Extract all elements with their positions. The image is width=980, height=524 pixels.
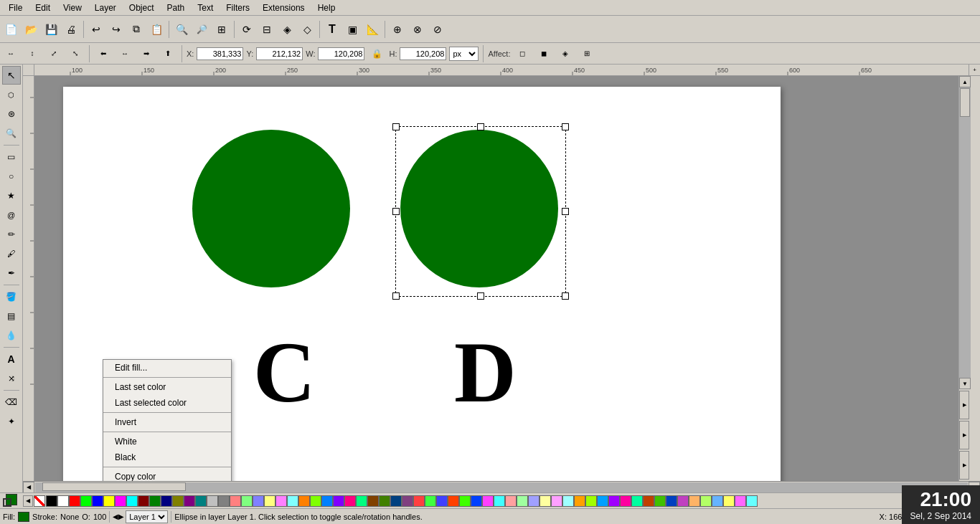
color-swatch[interactable] xyxy=(115,495,126,507)
color-swatch[interactable] xyxy=(425,495,436,507)
menu-help[interactable]: Help xyxy=(312,1,341,14)
handle-bl[interactable] xyxy=(392,292,400,300)
color-swatch[interactable] xyxy=(746,495,758,507)
menu-edit[interactable]: Edit xyxy=(29,1,56,14)
color-swatch[interactable] xyxy=(161,495,172,507)
ctx-invert[interactable]: Invert xyxy=(103,414,231,430)
color-swatch[interactable] xyxy=(287,495,298,507)
color-swatch[interactable] xyxy=(367,495,379,507)
color-swatch[interactable] xyxy=(482,495,494,507)
align-left-btn[interactable]: ⬅ xyxy=(94,44,113,63)
color-swatch[interactable] xyxy=(712,495,723,507)
h-scroll-track[interactable] xyxy=(35,482,968,492)
side-btn-3[interactable]: ▶ xyxy=(959,451,969,480)
menu-path[interactable]: Path xyxy=(161,1,191,14)
snap-button[interactable]: ⊕ xyxy=(388,20,407,39)
menu-extensions[interactable]: Extensions xyxy=(257,1,311,14)
x-input[interactable] xyxy=(197,47,243,60)
color-swatch[interactable] xyxy=(333,495,344,507)
ctx-edit-fill[interactable]: Edit fill... xyxy=(103,360,231,376)
color-swatch[interactable] xyxy=(528,495,540,507)
color-swatch[interactable] xyxy=(92,495,103,507)
copy-button[interactable]: ⧉ xyxy=(127,20,146,39)
gradient-tool[interactable]: ▤ xyxy=(2,307,21,325)
zoom-tool[interactable]: 🔍 xyxy=(2,124,21,143)
color-swatch[interactable] xyxy=(413,495,425,507)
node-tool[interactable]: ⬡ xyxy=(2,85,21,104)
color-swatch[interactable] xyxy=(517,495,528,507)
color-swatch[interactable] xyxy=(654,495,666,507)
spray-tool[interactable]: ✦ xyxy=(2,412,21,431)
menu-filters[interactable]: Filters xyxy=(220,1,255,14)
scroll-up-btn[interactable]: ▲ xyxy=(959,76,971,87)
color-swatch[interactable] xyxy=(275,495,287,507)
color-swatch[interactable] xyxy=(46,495,57,507)
save-button[interactable]: 💾 xyxy=(42,20,60,39)
color-swatch[interactable] xyxy=(540,495,551,507)
paste-button[interactable]: 📋 xyxy=(147,20,166,39)
align-right-btn[interactable]: ➡ xyxy=(137,44,156,63)
pen-tool[interactable]: 🖋 xyxy=(2,244,21,263)
color-swatch[interactable] xyxy=(195,495,207,507)
affect3-btn[interactable]: ◈ xyxy=(556,44,575,63)
text-tool-button[interactable]: T xyxy=(323,20,341,39)
color-swatch[interactable] xyxy=(69,495,80,507)
color-swatch[interactable] xyxy=(321,495,333,507)
color-swatch[interactable] xyxy=(597,495,608,507)
handle-tc[interactable] xyxy=(477,123,484,130)
handle-tr[interactable] xyxy=(562,123,569,130)
h-scroll-thumb[interactable] xyxy=(42,482,186,491)
pencil-tool[interactable]: ✏ xyxy=(2,225,21,244)
color-swatch[interactable] xyxy=(666,495,677,507)
color-swatch[interactable] xyxy=(356,495,367,507)
menu-text[interactable]: Text xyxy=(192,1,219,14)
new-button[interactable]: 📄 xyxy=(1,20,20,39)
scroll-thumb-v[interactable] xyxy=(960,88,970,117)
selector-mode-btn[interactable]: ↔ xyxy=(1,44,20,63)
snap-corner-btn[interactable]: + xyxy=(969,65,980,75)
handle-ml[interactable] xyxy=(392,208,400,215)
menu-file[interactable]: File xyxy=(3,1,28,14)
align-button[interactable]: ⊟ xyxy=(258,20,276,39)
color-swatch[interactable] xyxy=(459,495,471,507)
y-input[interactable] xyxy=(256,47,303,60)
zoom-out-button[interactable]: 🔎 xyxy=(192,20,211,39)
star-tool[interactable]: ★ xyxy=(2,186,21,205)
color-swatch[interactable] xyxy=(723,495,735,507)
color-swatch[interactable] xyxy=(505,495,517,507)
circle-c[interactable] xyxy=(192,130,350,287)
color-swatch[interactable] xyxy=(390,495,402,507)
color-swatch[interactable] xyxy=(608,495,620,507)
handle-mr[interactable] xyxy=(562,208,569,215)
selector-mode2-btn[interactable]: ↕ xyxy=(23,44,42,63)
ctx-copy-color[interactable]: Copy color xyxy=(103,469,231,481)
color-swatch[interactable] xyxy=(689,495,700,507)
node-button[interactable]: ◈ xyxy=(278,20,296,39)
scroll-down-btn[interactable]: ▼ xyxy=(959,378,971,389)
side-btn-1[interactable]: ▶ xyxy=(959,391,969,419)
h-input[interactable] xyxy=(400,47,446,60)
affect1-btn[interactable]: ◻ xyxy=(513,44,532,63)
color-swatch[interactable] xyxy=(344,495,356,507)
redo-button[interactable]: ↪ xyxy=(107,20,126,39)
ctx-last-selected-color[interactable]: Last selected color xyxy=(103,395,231,411)
zoom-in-button[interactable]: 🔍 xyxy=(172,20,191,39)
w-input[interactable] xyxy=(318,47,364,60)
color-swatch[interactable] xyxy=(585,495,597,507)
handle-br[interactable] xyxy=(562,292,569,300)
eraser-tool[interactable]: ⌫ xyxy=(2,393,21,411)
circle-tool[interactable]: ○ xyxy=(2,167,21,186)
palette-scroll-left[interactable]: ◀ xyxy=(23,495,33,507)
align-top-btn[interactable]: ⬆ xyxy=(159,44,177,63)
text-tool[interactable]: A xyxy=(2,350,21,368)
color-swatch[interactable] xyxy=(230,495,241,507)
scroll-track-v[interactable] xyxy=(959,87,971,378)
color-swatch[interactable] xyxy=(126,495,138,507)
zoom-fit-button[interactable]: ⊞ xyxy=(212,20,231,39)
handle-bc[interactable] xyxy=(477,292,484,300)
snap2-button[interactable]: ⊗ xyxy=(408,20,427,39)
layer-select[interactable]: Layer 1 xyxy=(126,510,168,523)
color-swatch[interactable] xyxy=(562,495,574,507)
selector-mode3-btn[interactable]: ⤢ xyxy=(44,44,63,63)
color-swatch[interactable] xyxy=(149,495,161,507)
